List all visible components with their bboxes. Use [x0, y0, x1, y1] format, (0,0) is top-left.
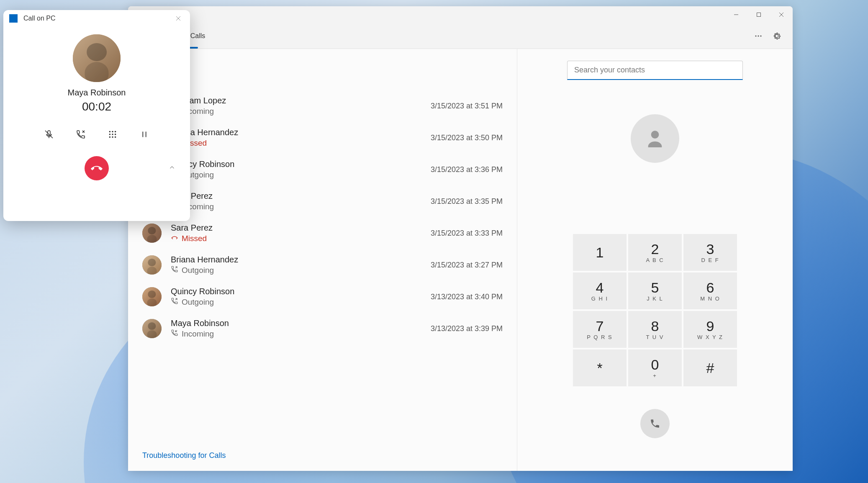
phone-link-window: ssages 1 Calls lls Graham Lopez In: [128, 6, 793, 471]
minimize-button[interactable]: [725, 6, 747, 23]
dialpad-digit: 5: [651, 280, 659, 295]
call-history-row[interactable]: Briana Hernandez Missed 3/15/2023 at 3:5…: [142, 122, 503, 154]
svg-point-10: [755, 35, 756, 36]
dialpad-letters: +: [653, 373, 657, 379]
call-time: 3/13/2023 at 3:40 PM: [431, 293, 503, 301]
svg-point-21: [115, 136, 116, 138]
dialpad-digit: 9: [706, 319, 714, 333]
contact-placeholder-avatar: [631, 114, 679, 163]
expand-button[interactable]: [168, 164, 176, 173]
dialpad-letters: M N O: [700, 295, 720, 302]
dialpad-digit: 3: [706, 242, 714, 256]
call-status: Missed: [171, 234, 421, 243]
outgoing-icon: [171, 265, 178, 275]
hold-button[interactable]: [138, 128, 151, 141]
contact-avatar: [142, 224, 162, 243]
dialpad-key-3[interactable]: 3 D E F: [683, 234, 737, 271]
dialpad-key-2[interactable]: 2 A B C: [628, 234, 682, 271]
contact-search-input[interactable]: [567, 61, 743, 80]
app-icon: [9, 14, 18, 23]
dialpad-key-8[interactable]: 8 T U V: [628, 311, 682, 348]
call-status: Outgoing: [171, 265, 421, 275]
contact-name: Maya Robinson: [171, 319, 421, 328]
popup-titlebar: Call on PC: [3, 10, 190, 27]
svg-point-18: [115, 134, 116, 135]
call-time: 3/13/2023 at 3:39 PM: [431, 324, 503, 333]
close-button[interactable]: [770, 6, 793, 23]
dialpad-key-*[interactable]: *: [573, 349, 627, 386]
dialpad-key-6[interactable]: 6 M N O: [683, 272, 737, 309]
contact-name: Quincy Robinson: [171, 287, 421, 296]
svg-point-13: [109, 131, 111, 133]
dialpad-digit: 6: [706, 280, 714, 295]
call-history-row[interactable]: Quincy Robinson Outgoing 3/15/2023 at 3:…: [142, 154, 503, 185]
dialpad-letters: A B C: [646, 257, 664, 263]
call-history-row[interactable]: Sara Perez Incoming 3/15/2023 at 3:35 PM: [142, 185, 503, 217]
incoming-icon: [171, 329, 178, 339]
dialpad-key-4[interactable]: 4 G H I: [573, 272, 627, 309]
contact-name: Briana Hernandez: [171, 255, 421, 265]
dialpad-digit: *: [597, 361, 602, 375]
hangup-button[interactable]: [85, 156, 109, 180]
call-time: 3/15/2023 at 3:35 PM: [431, 197, 503, 206]
dialpad-digit: 7: [596, 319, 604, 333]
call-history-row[interactable]: Maya Robinson Incoming 3/13/2023 at 3:39…: [142, 313, 503, 344]
call-time: 3/15/2023 at 3:27 PM: [431, 261, 503, 270]
dialpad: 1 2 A B C 3 D E F 4 G H I 5 J K L 6 M N …: [573, 234, 737, 386]
troubleshooting-link[interactable]: Troubleshooting for Calls: [128, 444, 517, 471]
call-status: Incoming: [171, 329, 421, 339]
more-button[interactable]: [749, 27, 768, 45]
dialpad-key-7[interactable]: 7 P Q R S: [573, 311, 627, 348]
call-history-row[interactable]: Briana Hernandez Outgoing 3/15/2023 at 3…: [142, 249, 503, 281]
popup-close-button[interactable]: [172, 13, 184, 24]
dialpad-digit: 2: [651, 242, 659, 256]
dialpad-key-#[interactable]: #: [683, 349, 737, 386]
svg-point-15: [115, 131, 116, 133]
dialpad-digit: #: [706, 361, 714, 375]
dialpad-digit: 1: [596, 245, 604, 259]
contact-name: Briana Hernandez: [171, 128, 421, 137]
dialpad-key-9[interactable]: 9 W X Y Z: [683, 311, 737, 348]
svg-rect-0: [757, 13, 761, 17]
dialpad-key-0[interactable]: 0 +: [628, 349, 682, 386]
call-time: 3/15/2023 at 3:36 PM: [431, 165, 503, 174]
call-timer: 00:02: [82, 100, 111, 113]
active-call-popup: Call on PC Maya Robinson 00:02: [3, 10, 190, 221]
dialpad-letters: J K L: [647, 295, 663, 302]
caller-avatar: [73, 34, 121, 82]
call-status: Missed: [171, 138, 421, 148]
dialpad-letters: G H I: [591, 295, 608, 302]
call-time: 3/15/2023 at 3:50 PM: [431, 134, 503, 142]
dialpad-digit: 4: [596, 280, 604, 295]
window-titlebar: [128, 6, 793, 23]
mute-button[interactable]: [42, 128, 56, 141]
tab-calls-label: Calls: [190, 32, 205, 40]
svg-point-14: [112, 131, 113, 133]
dialpad-key-1[interactable]: 1: [573, 234, 627, 271]
contact-name: Graham Lopez: [171, 96, 421, 105]
settings-button[interactable]: [768, 27, 786, 45]
dialpad-key-5[interactable]: 5 J K L: [628, 272, 682, 309]
call-status: Outgoing: [171, 170, 421, 180]
transfer-call-button[interactable]: [74, 128, 87, 141]
call-history-row[interactable]: Graham Lopez Incoming 3/15/2023 at 3:51 …: [142, 90, 503, 122]
call-status: Incoming: [171, 106, 421, 116]
svg-point-16: [109, 134, 111, 135]
call-status: Outgoing: [171, 297, 421, 307]
contact-name: Quincy Robinson: [171, 159, 421, 169]
missed-icon: [171, 234, 178, 243]
dialpad-letters: D E F: [701, 257, 719, 263]
caller-name: Maya Robinson: [68, 88, 126, 98]
outgoing-icon: [171, 297, 178, 307]
call-history-row[interactable]: Quincy Robinson Outgoing 3/13/2023 at 3:…: [142, 281, 503, 313]
dialpad-letters: W X Y Z: [697, 334, 723, 340]
tabbar: ssages 1 Calls: [128, 23, 793, 49]
svg-point-12: [760, 35, 761, 36]
keypad-button[interactable]: [106, 128, 119, 141]
dialpad-digit: 0: [651, 357, 659, 372]
contact-name: Sara Perez: [171, 223, 421, 233]
maximize-button[interactable]: [747, 6, 770, 23]
svg-point-11: [758, 35, 759, 36]
dial-button[interactable]: [640, 409, 670, 438]
call-history-row[interactable]: Sara Perez Missed 3/15/2023 at 3:33 PM: [142, 217, 503, 249]
